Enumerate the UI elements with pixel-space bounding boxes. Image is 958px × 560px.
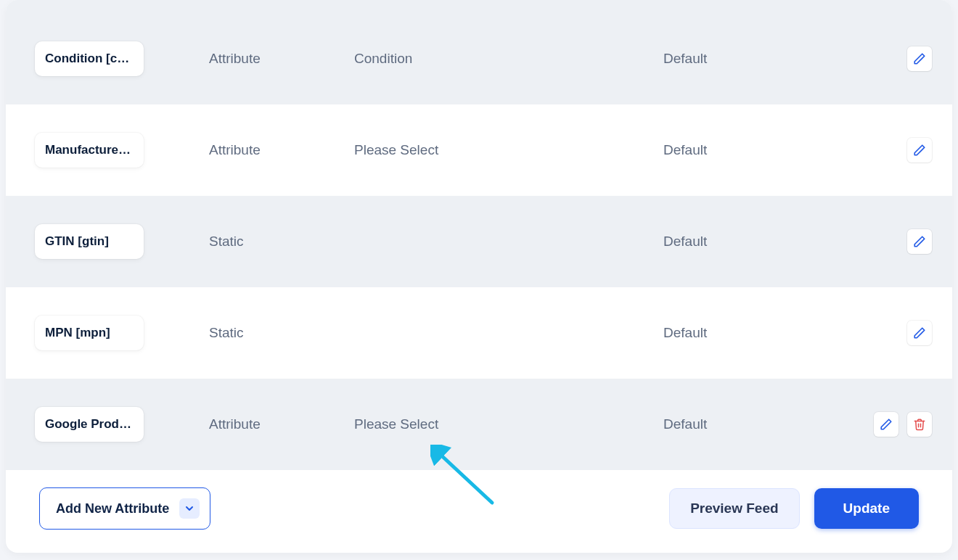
edit-button[interactable] <box>907 46 932 71</box>
chevron-down-icon <box>184 503 195 514</box>
add-attribute-caret <box>179 498 200 519</box>
value-cell: Condition <box>354 51 663 67</box>
pencil-icon <box>880 418 893 431</box>
trash-icon <box>913 418 926 431</box>
row-actions <box>867 321 932 345</box>
attribute-rows: Condition [co… Attribute Condition Defau… <box>6 0 952 470</box>
add-attribute-button[interactable]: Add New Attribute <box>39 487 210 530</box>
edit-button[interactable] <box>907 138 932 162</box>
row-chip-cell: Google Prod… <box>35 407 209 442</box>
edit-button[interactable] <box>907 229 932 254</box>
row-chip-cell: Manufacture… <box>35 133 209 168</box>
type-cell: Attribute <box>209 416 354 432</box>
edit-button[interactable] <box>907 321 932 345</box>
pencil-icon <box>913 326 926 339</box>
scope-cell: Default <box>663 51 867 67</box>
attribute-chip[interactable]: Google Prod… <box>35 407 144 442</box>
row-top-sliver <box>6 0 952 13</box>
attribute-chip[interactable]: MPN [mpn] <box>35 316 144 350</box>
footer-right-buttons: Preview Feed Update <box>669 488 919 529</box>
attribute-row: MPN [mpn] Static Default <box>6 287 952 379</box>
row-actions <box>867 412 932 437</box>
edit-button[interactable] <box>874 412 898 437</box>
row-chip-cell: GTIN [gtin] <box>35 224 209 259</box>
row-chip-cell: MPN [mpn] <box>35 316 209 350</box>
pencil-icon <box>913 52 926 65</box>
delete-button[interactable] <box>907 412 932 437</box>
type-cell: Static <box>209 325 354 341</box>
scope-cell: Default <box>663 325 867 341</box>
footer: Add New Attribute Preview Feed Update <box>6 470 952 537</box>
attribute-chip[interactable]: GTIN [gtin] <box>35 224 144 259</box>
attribute-mapping-card: Condition [co… Attribute Condition Defau… <box>6 0 952 553</box>
scope-cell: Default <box>663 142 867 158</box>
pencil-icon <box>913 235 926 248</box>
page: Condition [co… Attribute Condition Defau… <box>0 0 958 560</box>
preview-feed-button[interactable]: Preview Feed <box>669 488 799 529</box>
attribute-row: GTIN [gtin] Static Default <box>6 196 952 287</box>
attribute-row: Condition [co… Attribute Condition Defau… <box>6 13 952 104</box>
scope-cell: Default <box>663 416 867 432</box>
type-cell: Attribute <box>209 51 354 67</box>
value-cell: Please Select <box>354 142 663 158</box>
type-cell: Static <box>209 234 354 250</box>
scope-cell: Default <box>663 234 867 250</box>
update-button[interactable]: Update <box>814 488 919 529</box>
add-attribute-label: Add New Attribute <box>56 501 169 516</box>
attribute-chip[interactable]: Condition [co… <box>35 41 144 76</box>
attribute-row: Google Prod… Attribute Please Select Def… <box>6 379 952 470</box>
type-cell: Attribute <box>209 142 354 158</box>
row-actions <box>867 229 932 254</box>
value-cell: Please Select <box>354 416 663 432</box>
row-actions <box>867 138 932 162</box>
attribute-chip[interactable]: Manufacture… <box>35 133 144 168</box>
pencil-icon <box>913 144 926 157</box>
row-actions <box>867 46 932 71</box>
attribute-row: Manufacture… Attribute Please Select Def… <box>6 104 952 196</box>
row-chip-cell: Condition [co… <box>35 41 209 76</box>
